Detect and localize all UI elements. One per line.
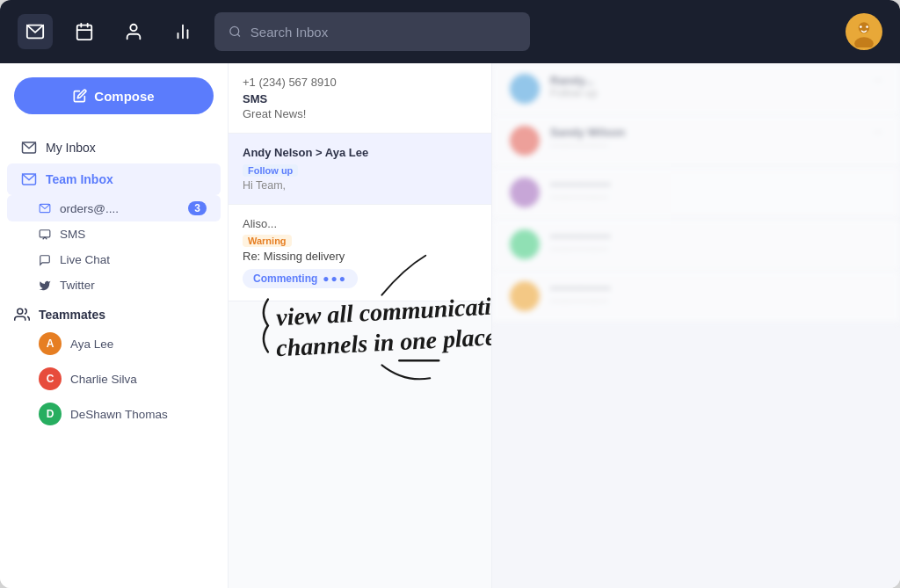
nav-contacts-icon[interactable] [116,14,151,49]
commenting-button[interactable]: Commenting ●●● [243,269,358,288]
svg-rect-1 [77,25,92,40]
sidebar-teammate-deshawn[interactable]: D DeShawn Thomas [7,396,221,432]
nav-reports-icon[interactable] [165,14,200,49]
right-conv-3[interactable]: ··················· ··················· [492,167,900,219]
svg-line-10 [237,34,240,37]
sidebar-item-my-inbox[interactable]: My Inbox [7,132,221,163]
svg-point-5 [130,25,136,31]
svg-point-14 [860,25,862,28]
sidebar-sub-twitter[interactable]: Twitter [7,272,221,298]
compose-button[interactable]: Compose [14,77,214,114]
right-conv-5[interactable]: ··················· ··················· [492,271,900,323]
sidebar-sub-sms[interactable]: SMS [7,221,221,247]
sidebar-item-team-inbox[interactable]: Team Inbox [7,163,221,195]
sidebar-sub-orders[interactable]: orders@.... 3 [7,195,221,221]
nav-calendar-icon[interactable] [67,14,102,49]
right-avatar-4 [510,229,540,259]
svg-rect-19 [40,229,50,236]
teammates-header: Teammates [0,298,228,326]
sidebar-teammate-charlie[interactable]: C Charlie Silva [7,361,221,396]
svg-point-15 [866,25,868,28]
right-conv-2[interactable]: Sandy Wilson ··················· ··· [492,115,900,167]
top-nav [0,0,900,63]
charlie-avatar: C [39,367,62,390]
search-input[interactable] [250,25,516,40]
search-icon [229,25,242,39]
search-bar[interactable] [214,12,530,51]
nav-inbox-icon[interactable] [18,14,53,49]
sidebar-teammate-aya[interactable]: A Aya Lee [7,326,221,361]
conversation-item-sms[interactable]: +1 (234) 567 8910 SMS Great News! [229,63,491,134]
user-avatar[interactable] [846,13,882,50]
sidebar: Compose My Inbox Team Inbox orders@ [0,63,229,588]
orders-badge: 3 [188,201,207,215]
svg-point-9 [230,26,239,35]
right-avatar-2 [510,126,540,156]
right-conv-4[interactable]: ··················· ··················· [492,219,900,271]
middle-panel: +1 (234) 567 8910 SMS Great News! Andy N… [229,63,492,588]
right-conv-1[interactable]: Randy... Follow up ··· [492,63,900,115]
sidebar-sub-livechat[interactable]: Live Chat [7,247,221,272]
svg-point-20 [18,309,23,314]
warning-tag: Warning [243,235,292,247]
right-panel: Randy... Follow up ··· Sandy Wilson ····… [492,63,900,588]
conversation-item-delivery[interactable]: Aliso... Warning Re: Missing delivery Co… [229,205,491,301]
main-content: Compose My Inbox Team Inbox orders@ [0,63,900,588]
team-inbox-label: Team Inbox [46,172,113,186]
aya-avatar: A [39,332,62,355]
svg-text:channels in one place: channels in one place [276,323,491,361]
right-avatar-1 [510,74,540,104]
right-avatar-3 [510,178,540,207]
right-avatar-5 [510,281,540,311]
conversation-item-andy[interactable]: Andy Nelson > Aya Lee Follow up Hi Team, [229,134,491,205]
deshawn-avatar: D [39,403,62,425]
follow-up-tag: Follow up [243,164,298,177]
app-container: Compose My Inbox Team Inbox orders@ [0,0,900,588]
